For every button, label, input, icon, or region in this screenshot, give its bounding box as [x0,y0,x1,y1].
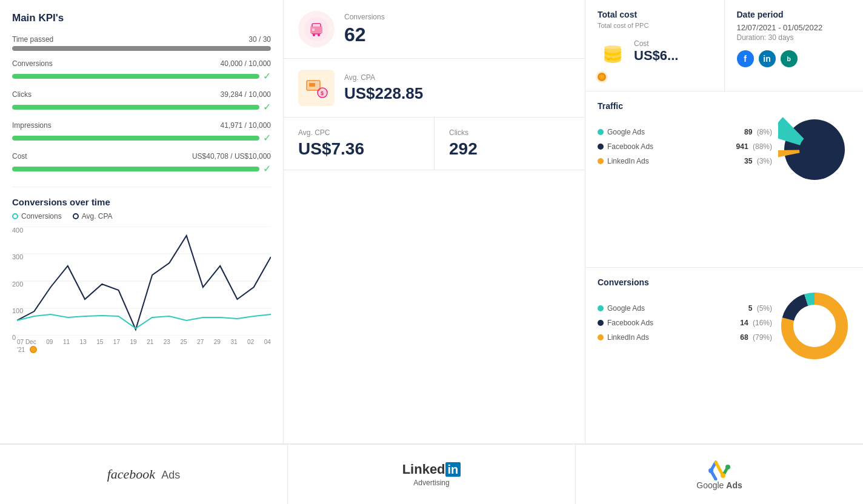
legend-dot-teal [12,213,18,219]
conv-row-linkedin: LinkedIn Ads 68 (79%) [598,333,772,342]
traffic-label-facebook: Facebook Ads [607,142,653,151]
total-cost-subtitle: Total cost of PPC [598,22,712,29]
conv-pct-google: (5%) [757,304,772,313]
conv-count-linkedin: 68 [740,333,748,342]
linkedin-platform-icon: in [759,50,776,67]
cost-icon-wrap [598,36,628,67]
conversions-donut-svg [778,290,851,362]
metrics-row: Avg. CPC US$7.36 Clicks 292 [284,118,585,170]
traffic-pct-linkedin: (3%) [757,157,772,165]
traffic-row-linkedin: LinkedIn Ads 35 (3%) [598,157,772,165]
chart-title: Conversions over time [12,197,271,207]
kpi-bar-fill-clicks [12,105,259,110]
kpi-label-impressions: Impressions [12,121,52,130]
traffic-label-google: Google Ads [607,128,645,136]
conversions-right-section: Conversions Google Ads 5 (5%) [585,268,863,443]
svg-point-22 [604,45,621,49]
conversions-right-title: Conversions [598,277,851,287]
kpi-bar-fill-time [12,46,271,51]
chart-svg [17,227,271,336]
date-duration: Duration: 30 days [737,33,851,42]
legend-dot-dark [73,213,79,219]
cost-dot [598,73,606,81]
bing-platform-icon: b [781,50,798,67]
kpi-row-cost: Cost US$40,708 / US$10,000 ✓ [12,152,271,174]
conv-label-google: Google Ads [607,304,645,313]
facebook-ads-text: Ads [161,469,180,481]
date-period-card: Date period 12/07/2021 - 01/05/2022 Dura… [725,0,864,91]
cost-label: Cost [634,39,678,48]
traffic-legend: Google Ads 89 (8%) Facebook Ads [598,128,772,171]
svg-point-24 [610,58,612,59]
avg-cpa-icon-wrap: $ [298,70,335,106]
conversions-icon [304,17,328,41]
bottom-facebook: facebook Ads [0,445,288,504]
google-logo-wrap: Google Ads [696,459,742,490]
kpi-value-impressions: 41,971 / 10,000 [221,121,271,130]
kpi-label-time: Time passed [12,35,53,44]
svg-point-9 [313,34,315,36]
check-icon-clicks: ✓ [263,101,271,113]
conversions-icon-wrap [298,11,335,47]
check-icon-impressions: ✓ [263,132,271,144]
kpi-row-impressions: Impressions 41,971 / 10,000 ✓ [12,121,271,144]
avg-cpa-icon: $ [304,76,328,100]
traffic-dot-linkedin [598,158,604,164]
conversions-right-content: Google Ads 5 (5%) Facebook Ads [598,290,851,362]
conversions-right-legend: Google Ads 5 (5%) Facebook Ads [598,304,772,348]
middle-spacer [284,170,585,443]
traffic-pct-google: (8%) [757,128,772,136]
check-icon-conversions: ✓ [263,70,271,82]
legend-label-conversions: Conversions [21,212,62,220]
conv-dot-facebook [598,320,604,326]
kpi-bar-bg-time [12,46,271,51]
traffic-title: Traffic [598,101,851,111]
kpi-label-clicks: Clicks [12,90,32,99]
kpi-value-clicks: 39,284 / 10,000 [221,90,271,99]
bottom-linkedin: Linkedin Advertising [288,445,576,504]
left-panel: Main KPI's Time passed 30 / 30 Conversio… [0,0,284,443]
traffic-dot-facebook [598,144,604,150]
facebook-ads-logo: facebook Ads [107,466,181,482]
kpi-value-cost: US$40,708 / US$10,000 [192,152,271,161]
total-cost-title: Total cost [598,10,712,19]
traffic-pie-svg [778,113,851,186]
traffic-pie-chart [778,113,851,186]
kpi-row-clicks: Clicks 39,284 / 10,000 ✓ [12,90,271,113]
svg-text:$: $ [321,90,324,96]
traffic-count-linkedin: 35 [744,157,752,165]
traffic-count-facebook: 941 [736,142,748,151]
svg-point-10 [318,34,320,36]
year-label-row: '21 [17,346,271,353]
google-ads-text: Google Ads [696,480,742,490]
kpi-bar-fill-cost [12,167,259,171]
linkedin-in-box: in [445,462,461,477]
kpi-row-time: Time passed 30 / 30 [12,35,271,51]
kpi-bar-fill-conversions [12,74,259,79]
conversions-text: Conversions 62 [344,13,385,46]
legend-label-avgcpa: Avg. CPA [82,212,113,220]
facebook-platform-icon: f [737,50,754,67]
main-kpis-title: Main KPI's [12,12,271,24]
clicks-card: Clicks 292 [434,118,585,170]
traffic-dot-google [598,129,604,135]
cost-indicator [598,73,712,81]
conversions-value: 62 [344,24,385,46]
legend-item-conversions: Conversions [12,212,62,220]
svg-point-34 [721,473,725,478]
chart-area: 07 Dec 09 11 13 15 17 19 21 23 25 27 29 [17,227,271,353]
conv-pct-linkedin: (79%) [753,333,772,342]
avg-cpc-label: Avg. CPC [298,128,419,137]
kpi-label-cost: Cost [12,152,27,161]
google-ads-icon [708,459,730,480]
avg-cpc-value: US$7.36 [298,139,419,159]
date-range: 12/07/2021 - 01/05/2022 [737,23,851,32]
conversions-card: Conversions 62 [284,0,585,59]
avg-cpc-card: Avg. CPC US$7.36 [284,118,434,170]
legend-item-avgcpa: Avg. CPA [73,212,113,220]
avg-cpa-text: Avg. CPA US$228.85 [344,73,423,103]
svg-rect-13 [309,83,315,87]
conv-row-google: Google Ads 5 (5%) [598,304,772,313]
conv-dot-google [598,305,604,311]
chart-legend: Conversions Avg. CPA [12,212,271,220]
